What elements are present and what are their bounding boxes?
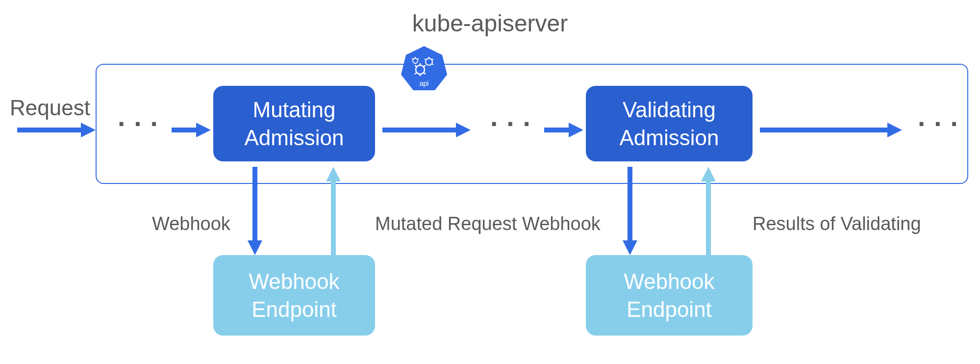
- api-badge-label: api: [420, 79, 429, 87]
- mutating-line2: Admission: [233, 124, 355, 152]
- arrow-validating-to-webhook: [620, 164, 640, 258]
- webhook2-line2: Endpoint: [605, 295, 733, 323]
- webhook-label-2: Webhook: [522, 213, 601, 234]
- svg-marker-24: [569, 123, 583, 137]
- webhook1-line2: Endpoint: [233, 295, 355, 323]
- arrow-mutating-to-webhook: [245, 164, 265, 258]
- svg-marker-32: [623, 240, 637, 255]
- request-label: Request: [10, 96, 90, 120]
- ellipsis-2: ···: [490, 108, 539, 139]
- arrow-from-mutating: [380, 120, 473, 140]
- arrow-to-mutating: [169, 120, 213, 140]
- webhook1-line1: Webhook: [233, 267, 355, 295]
- webhook-endpoint-box-2: Webhook Endpoint: [586, 255, 753, 336]
- arrow-request-in: [15, 120, 98, 140]
- mutating-line1: Mutating: [233, 96, 355, 124]
- svg-marker-28: [248, 240, 262, 255]
- svg-marker-20: [196, 123, 211, 137]
- arrow-from-validating: [757, 120, 905, 140]
- diagram-title: kube-apiserver: [412, 10, 568, 37]
- results-validating-label: Results of Validating: [753, 213, 921, 234]
- webhook2-line1: Webhook: [605, 267, 733, 295]
- ellipsis-3: ···: [918, 108, 967, 139]
- arrow-webhook-to-validating: [699, 164, 718, 258]
- validating-line1: Validating: [605, 96, 733, 124]
- arrow-webhook-to-mutating: [324, 164, 343, 258]
- svg-marker-18: [81, 123, 96, 137]
- webhook-endpoint-box-1: Webhook Endpoint: [213, 255, 375, 336]
- mutated-request-label: Mutated Request: [375, 213, 517, 234]
- mutating-admission-box: Mutating Admission: [213, 86, 375, 161]
- ellipsis-1: ···: [118, 108, 167, 139]
- kube-api-icon: api: [400, 44, 449, 93]
- svg-marker-22: [456, 123, 471, 137]
- validating-admission-box: Validating Admission: [586, 86, 753, 161]
- svg-marker-26: [887, 123, 902, 137]
- validating-line2: Admission: [605, 124, 733, 152]
- svg-marker-30: [326, 167, 341, 182]
- svg-marker-34: [701, 167, 716, 182]
- arrow-to-validating: [542, 120, 586, 140]
- webhook-label-1: Webhook: [152, 213, 230, 234]
